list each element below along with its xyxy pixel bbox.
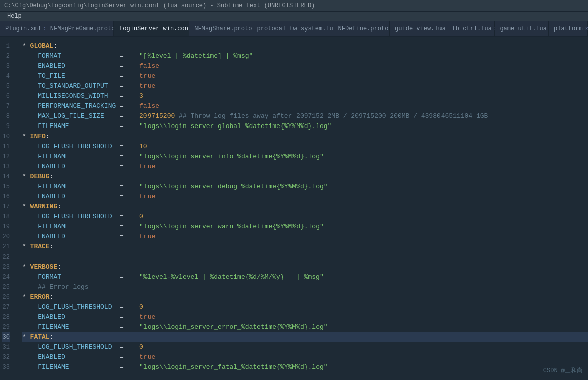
- line-num-27: 27: [2, 302, 10, 312]
- line-num-6: 6: [2, 91, 10, 101]
- line-num-13: 13: [2, 162, 10, 172]
- title-text: C:\Cfg\Debug\logconfig\LoginServer_win.c…: [4, 2, 315, 9]
- tab-nfdefine[interactable]: NFDefine.proto×: [333, 21, 390, 36]
- line-num-10: 10: [2, 132, 10, 142]
- code-line-9: FILENAME = "logs\\login_server_global_%d…: [22, 121, 588, 132]
- code-line-5: TO_STANDARD_OUTPUT = true: [22, 81, 588, 91]
- code-line-32: ENABLED = true: [22, 352, 588, 362]
- line-num-15: 15: [2, 182, 10, 192]
- line-num-18: 18: [2, 212, 10, 222]
- tab-fb-ctrl[interactable]: fb_ctrl.lua×: [447, 21, 495, 36]
- watermark: CSDN @三和尚: [543, 366, 583, 375]
- line-num-17: 17: [2, 202, 10, 212]
- code-line-26: * ERROR:: [22, 292, 588, 302]
- tab-protocal-tw[interactable]: protocal_tw_system.lua×: [252, 21, 333, 36]
- line-num-16: 16: [2, 192, 10, 202]
- line-num-3: 3: [2, 61, 10, 71]
- tab-loginserver-win[interactable]: LoginServer_win.conf×: [114, 21, 189, 36]
- code-line-8: MAX_LOG_FILE_SIZE = 209715200 ## Throw l…: [22, 111, 588, 121]
- tab-guide-view[interactable]: guide_view.lua×: [390, 21, 447, 36]
- code-line-3: ENABLED = false: [22, 61, 588, 71]
- code-line-4: TO_FILE = true: [22, 71, 588, 81]
- tab-platform-label: platform: [554, 25, 583, 32]
- code-line-16: ENABLED = true: [22, 192, 588, 202]
- tab-nfmsg-share-label: NFMsgShare.proto: [194, 25, 252, 32]
- code-line-18: LOG_FLUSH_THRESHOLD = 0: [22, 212, 588, 222]
- code-line-7: PERFORMANCE_TRACKING = false: [22, 101, 588, 111]
- code-line-17: * WARNING:: [22, 202, 588, 212]
- code-line-30: * FATAL:: [22, 332, 588, 342]
- code-line-28: ENABLED = true: [22, 312, 588, 322]
- line-num-23: 23: [2, 262, 10, 272]
- line-num-31: 31: [2, 342, 10, 352]
- tab-plugin-xml-label: Plugin.xml: [5, 25, 41, 32]
- line-num-22: 22: [2, 252, 10, 262]
- tab-protocal-tw-label: protocal_tw_system.lua: [257, 25, 337, 32]
- code-line-12: FILENAME = "logs\\login_server_info_%dat…: [22, 152, 588, 162]
- code-line-25: ## Error logs: [22, 282, 588, 292]
- code-line-20: ENABLED = true: [22, 232, 588, 242]
- code-line-6: MILLISECONDS_WIDTH = 3: [22, 91, 588, 101]
- tab-platform-close[interactable]: ×: [585, 26, 588, 32]
- code-line-24: FORMAT = "%level-%vlevel | %datetime{%d/…: [22, 272, 588, 282]
- line-num-7: 7: [2, 101, 10, 111]
- line-num-33: 33: [2, 362, 10, 372]
- code-line-10: * INFO:: [22, 132, 588, 142]
- tab-fb-ctrl-label: fb_ctrl.lua: [452, 25, 492, 32]
- line-num-19: 19: [2, 222, 10, 232]
- line-num-26: 26: [2, 292, 10, 302]
- tab-nfmsg-pregame[interactable]: NFMsgPreGame.proto×: [45, 21, 114, 36]
- code-line-33: FILENAME = "logs\\login_server_fatal_%da…: [22, 362, 588, 372]
- code-line-14: * DEBUG:: [22, 172, 588, 182]
- line-num-1: 1: [2, 41, 10, 51]
- code-line-27: LOG_FLUSH_THRESHOLD = 0: [22, 302, 588, 312]
- code-line-15: FILENAME = "logs\\login_server_debug_%da…: [22, 182, 588, 192]
- tab-nfmsg-pregame-label: NFMsgPreGame.proto: [50, 25, 115, 32]
- code-line-21: * TRACE:: [22, 242, 588, 252]
- line-numbers: 1234567891011121314151617181920212223242…: [0, 37, 14, 373]
- line-num-28: 28: [2, 312, 10, 322]
- line-num-32: 32: [2, 352, 10, 362]
- tab-nfdefine-label: NFDefine.proto: [338, 25, 389, 32]
- line-num-8: 8: [2, 111, 10, 121]
- code-area[interactable]: * GLOBAL: FORMAT = "[%level | %datetime]…: [14, 37, 588, 373]
- tab-platform[interactable]: platform×: [549, 21, 588, 36]
- tab-guide-view-label: guide_view.lua: [395, 25, 446, 32]
- line-num-29: 29: [2, 322, 10, 332]
- code-line-29: FILENAME = "logs\\login_server_error_%da…: [22, 322, 588, 332]
- line-num-25: 25: [2, 282, 10, 292]
- code-line-22: [22, 252, 588, 262]
- menu-help[interactable]: Help: [4, 12, 25, 21]
- line-num-5: 5: [2, 81, 10, 91]
- line-num-20: 20: [2, 232, 10, 242]
- line-num-11: 11: [2, 142, 10, 152]
- line-num-9: 9: [2, 121, 10, 132]
- title-bar: C:\Cfg\Debug\logconfig\LoginServer_win.c…: [0, 0, 588, 12]
- code-line-13: ENABLED = true: [22, 162, 588, 172]
- line-num-24: 24: [2, 272, 10, 282]
- tab-plugin-xml[interactable]: Plugin.xml×: [0, 21, 45, 36]
- content-area: 1234567891011121314151617181920212223242…: [0, 37, 588, 373]
- code-line-19: FILENAME = "logs\\login_server_warn_%dat…: [22, 222, 588, 232]
- code-line-1: * GLOBAL:: [22, 41, 588, 51]
- code-line-23: * VERBOSE:: [22, 262, 588, 272]
- tab-loginserver-win-label: LoginServer_win.conf: [119, 25, 192, 32]
- line-num-30: 30: [2, 332, 10, 342]
- line-num-14: 14: [2, 172, 10, 182]
- line-num-4: 4: [2, 71, 10, 81]
- tab-game-util[interactable]: game_util.lua×: [495, 21, 549, 36]
- line-num-12: 12: [2, 152, 10, 162]
- code-line-2: FORMAT = "[%level | %datetime] | %msg": [22, 51, 588, 61]
- menu-bar: Help: [0, 12, 588, 21]
- tab-nfmsg-share[interactable]: NFMsgShare.proto×: [189, 21, 252, 36]
- tab-bar: Plugin.xml×NFMsgPreGame.proto×LoginServe…: [0, 21, 588, 37]
- code-line-31: LOG_FLUSH_THRESHOLD = 0: [22, 342, 588, 352]
- code-line-11: LOG_FLUSH_THRESHOLD = 10: [22, 142, 588, 152]
- line-num-2: 2: [2, 51, 10, 61]
- line-num-21: 21: [2, 242, 10, 252]
- tab-game-util-label: game_util.lua: [500, 25, 547, 32]
